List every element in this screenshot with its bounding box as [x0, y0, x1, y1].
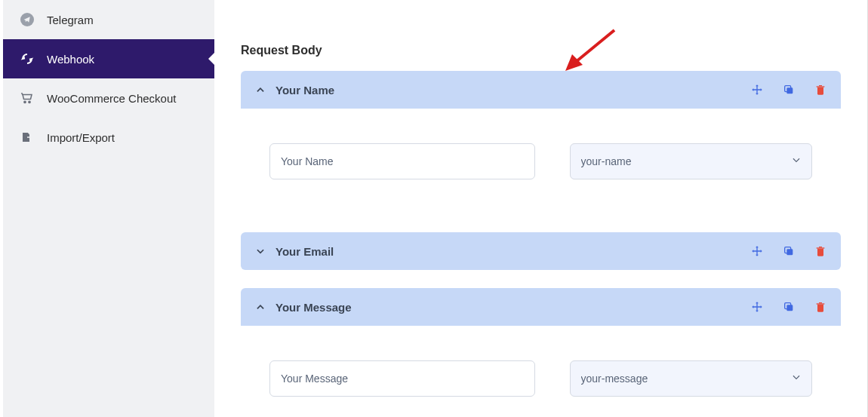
svg-rect-7 — [786, 305, 793, 311]
move-icon[interactable] — [750, 244, 764, 258]
sidebar-item-label: WooCommerce Checkout — [47, 92, 176, 105]
sidebar-item-label: Import/Export — [47, 131, 115, 144]
field-body — [241, 326, 841, 417]
field-select-wrap — [570, 360, 813, 397]
field-title: Your Message — [275, 301, 741, 314]
copy-icon[interactable] — [782, 244, 796, 258]
svg-point-1 — [24, 101, 26, 103]
main-content: Request Body Your Name — [214, 0, 868, 417]
sidebar-item-telegram[interactable]: Telegram — [3, 0, 214, 39]
sidebar-item-woocommerce[interactable]: WooCommerce Checkout — [3, 78, 214, 118]
svg-rect-5 — [786, 249, 793, 255]
field-label-input[interactable] — [269, 360, 535, 397]
field-select[interactable] — [570, 360, 813, 397]
field-select-wrap — [570, 143, 813, 179]
webhook-icon — [20, 51, 35, 66]
field-body — [241, 109, 841, 214]
chevron-up-icon — [254, 301, 266, 313]
cart-icon — [20, 90, 35, 106]
chevron-down-icon — [254, 245, 266, 257]
copy-icon[interactable] — [782, 83, 796, 97]
sidebar-item-webhook[interactable]: Webhook — [3, 39, 214, 78]
field-card: Your Message — [241, 288, 841, 417]
field-actions — [750, 300, 827, 314]
chevron-up-icon — [254, 84, 266, 96]
copy-icon[interactable] — [782, 300, 796, 314]
field-select[interactable] — [570, 143, 813, 179]
field-title: Your Name — [275, 84, 741, 97]
move-icon[interactable] — [750, 83, 764, 97]
field-card: Your Email — [241, 232, 841, 270]
sidebar-item-label: Webhook — [47, 53, 94, 66]
field-header[interactable]: Your Message — [241, 288, 841, 326]
move-icon[interactable] — [750, 300, 764, 314]
field-card: Your Name — [241, 71, 841, 214]
delete-icon[interactable] — [814, 244, 827, 258]
field-actions — [750, 83, 827, 97]
svg-point-2 — [29, 101, 30, 103]
sidebar: Telegram Webhook WooCommerce Checkout Im… — [0, 0, 214, 417]
field-header[interactable]: Your Email — [241, 232, 841, 270]
field-label-input[interactable] — [269, 143, 535, 179]
field-title: Your Email — [275, 245, 741, 258]
sidebar-item-import-export[interactable]: Import/Export — [3, 118, 214, 157]
delete-icon[interactable] — [814, 300, 827, 314]
telegram-icon — [20, 12, 35, 27]
sidebar-item-label: Telegram — [47, 14, 94, 26]
field-actions — [750, 244, 827, 258]
section-title: Request Body — [241, 44, 841, 57]
field-header[interactable]: Your Name — [241, 71, 841, 109]
import-export-icon — [20, 130, 35, 145]
delete-icon[interactable] — [814, 83, 827, 97]
svg-rect-3 — [786, 87, 793, 94]
